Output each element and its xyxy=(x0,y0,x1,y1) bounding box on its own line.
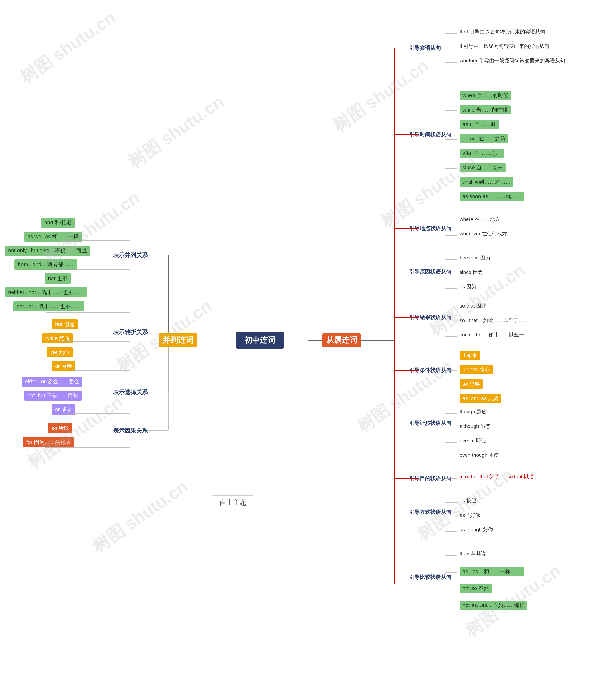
leaf-since-reason: since 因为 xyxy=(460,269,483,276)
leaf-as-reason: as 因为 xyxy=(460,283,477,290)
cat-object: 引导宾语从句 xyxy=(409,45,441,52)
cat-reason: 引导原因状语从句 xyxy=(409,268,452,275)
leaf-that: that 引导由陈述句转变而来的宾语从句 xyxy=(460,28,545,35)
cat-parallel: 表示并列关系 xyxy=(113,251,148,259)
leaf-asif: as if 好像 xyxy=(460,512,480,519)
watermark: 树图 shutu.cn xyxy=(328,54,433,137)
left-node: 并列连词 xyxy=(159,333,197,347)
leaf-asthough: as though 好像 xyxy=(460,526,493,533)
cat-choice: 表示选择关系 xyxy=(113,388,148,396)
cat-compare: 引导比较状语从句 xyxy=(409,573,452,581)
leaf-but: but 但是 xyxy=(52,319,78,329)
leaf-evenif: even if 即使 xyxy=(460,437,486,444)
right-node-label: 从属连词 xyxy=(326,335,357,346)
leaf-before: before 在……之前 xyxy=(460,134,508,143)
leaf-eventhough: even though 即使 xyxy=(460,452,499,458)
leaf-for: for 因为……的缘故 xyxy=(23,437,74,447)
cat-purpose: 引导目的状语从句 xyxy=(409,475,452,482)
cat-result: 引导结果状语从句 xyxy=(409,314,452,321)
leaf-yet: yet 然而 xyxy=(47,347,73,357)
cat-condition: 引导条件状语从句 xyxy=(409,367,452,374)
cat-manner: 引导方式状语从句 xyxy=(409,508,452,516)
leaf-or-choice: or 或者 xyxy=(52,405,75,415)
cat-time: 引导时间状语从句 xyxy=(409,131,452,138)
leaf-after: after 在……之后 xyxy=(460,149,504,158)
leaf-where: where 在……地方 xyxy=(460,216,500,223)
watermark: 树图 shutu.cn xyxy=(124,90,228,174)
leaf-aswellas: as well as 和……一样 xyxy=(24,232,82,242)
right-node: 从属连词 xyxy=(323,333,361,347)
leaf-or-contrast: or 否则 xyxy=(52,361,75,371)
watermark: 树图 shutu.cn xyxy=(23,391,127,474)
leaf-unless: unless 除非 xyxy=(460,365,493,374)
leaf-notasas: not as...as... 不如……那样 xyxy=(460,601,527,610)
leaf-notonly: not only...but also... 不仅……而且 xyxy=(5,246,90,256)
cat-cause: 表示因果关系 xyxy=(113,427,148,435)
leaf-because: because 因为 xyxy=(460,254,490,261)
free-topic-label: 自由主题 xyxy=(219,499,246,506)
leaf-if-obj: if 引导由一般疑问句转变而来的宾语从句 xyxy=(460,43,549,49)
center-node: 初中连词 xyxy=(236,332,284,349)
leaf-although: although 虽然 xyxy=(460,423,490,430)
leaf-suchthat: such...that... 如此……以至于…… xyxy=(460,332,534,338)
watermark: 树图 shutu.cn xyxy=(88,475,192,558)
cat-concession: 引导让步状语从句 xyxy=(409,419,452,427)
leaf-while-time: while 当……的时候 xyxy=(460,105,511,114)
center-label: 初中连词 xyxy=(244,335,275,346)
leaf-sothat: so that 因此 xyxy=(460,302,486,309)
leaf-as-manner: as 按照 xyxy=(460,497,477,504)
leaf-as-time: as 正当……时 xyxy=(460,120,499,129)
leaf-if-cond: if 如果 xyxy=(460,350,480,360)
leaf-inorderthat: in orther that 为了 — so that 以便 xyxy=(460,473,534,480)
leaf-bothand: both...and... 两者都…… xyxy=(15,259,77,270)
leaf-until: until 直到……才…… xyxy=(460,178,513,187)
leaf-since-time: since 自……以来 xyxy=(460,163,506,172)
leaf-than: than 与其说 xyxy=(460,550,486,557)
cat-contrast: 表示转折关系 xyxy=(113,328,148,336)
leaf-wherever: wherever 在任何地方 xyxy=(460,230,507,237)
free-topic: 自由主题 xyxy=(212,495,254,510)
leaf-neithernor: neither...nor... 既不……也不…… xyxy=(5,287,87,297)
leaf-eitheror: either..or 要么……要么 xyxy=(22,377,82,387)
leaf-aslongas: as long as 只要 xyxy=(460,394,502,403)
leaf-so-that-2: so...that... 如此……以至于…… xyxy=(460,317,529,324)
watermark: 树图 shutu.cn xyxy=(16,6,120,89)
leaf-notor: not...or... 既不……也不…… xyxy=(13,301,85,312)
leaf-notbut: not..but 不是……而是 xyxy=(24,390,82,401)
leaf-asas: as...as... 和……一样…… xyxy=(460,567,524,576)
leaf-assoonas: as soon as 一……就…… xyxy=(460,192,524,201)
leaf-while: while 然而 xyxy=(42,333,73,343)
leaf-so: so 所以 xyxy=(48,423,72,433)
leaf-and: and 和/接着 xyxy=(41,218,75,228)
leaf-so-cond: so 只要 xyxy=(460,380,483,389)
leaf-notso: not so 不然 xyxy=(460,584,492,593)
leaf-though: though 虽然 xyxy=(460,408,487,415)
leaf-nor: nor 也不 xyxy=(45,273,71,283)
left-node-label: 并列连词 xyxy=(163,335,194,346)
leaf-whether: whether 引导由一般疑问句转变而来的宾语从句 xyxy=(460,57,565,64)
cat-place: 引导地点状语从句 xyxy=(409,225,452,232)
leaf-when: when 当……的时候 xyxy=(460,91,511,100)
